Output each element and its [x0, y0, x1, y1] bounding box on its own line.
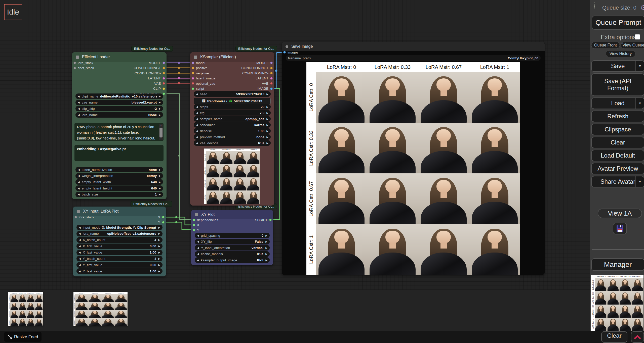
gear-icon[interactable]: ⚙: [640, 4, 644, 12]
port-dot-icon[interactable]: [270, 87, 273, 90]
save-avatar-icon-button[interactable]: [613, 223, 627, 234]
port-negative[interactable]: negative: [192, 71, 215, 76]
drag-handle-icon[interactable]: ⋮⋮: [592, 4, 597, 8]
widget-X_first_value[interactable]: ◀X_first_value0.00▶: [76, 243, 163, 249]
node-xy-plot[interactable]: XY Plot dependenciesXY SCRIPT ◀grid_spac…: [191, 210, 273, 265]
increment-arrow-icon[interactable]: ▶: [266, 124, 268, 126]
port-dot-icon[interactable]: [162, 216, 165, 218]
widget-Y_batch_count[interactable]: ◀Y_batch_count4▶: [76, 256, 163, 261]
port-X[interactable]: X: [123, 215, 165, 220]
widget-denoise[interactable]: ◀denoise1.00▶: [194, 128, 271, 134]
node-ksampler-efficient[interactable]: KSampler (Efficient) modelpositivenegati…: [190, 52, 274, 206]
increment-arrow-icon[interactable]: ▶: [159, 193, 161, 196]
decrement-arrow-icon[interactable]: ◀: [197, 259, 199, 262]
port-dot-icon[interactable]: [163, 62, 165, 64]
port-LATENT[interactable]: LATENT: [225, 76, 273, 81]
decrement-arrow-icon[interactable]: ◀: [197, 247, 199, 249]
decrement-arrow-icon[interactable]: ◀: [79, 257, 81, 260]
save-dropdown-arrow-icon[interactable]: ▼: [635, 61, 644, 71]
view-history-button[interactable]: View History: [606, 50, 635, 57]
widget-filename_prefix[interactable]: filename_prefixComfyUI\xyplot_00: [286, 55, 541, 61]
decrement-arrow-icon[interactable]: ◀: [78, 193, 80, 196]
widget-scheduler[interactable]: ◀schedulerkarras▶: [194, 122, 271, 128]
increment-arrow-icon[interactable]: ▶: [266, 142, 268, 144]
increment-arrow-icon[interactable]: ▶: [265, 247, 267, 249]
collapse-icon[interactable]: [194, 56, 197, 59]
clear-button[interactable]: Clear: [591, 137, 644, 148]
port-VAE[interactable]: VAE: [225, 81, 273, 86]
widget-grid_spacing[interactable]: ◀grid_spacing0▶: [195, 233, 270, 238]
port-dot-icon[interactable]: [192, 72, 194, 74]
increment-arrow-icon[interactable]: ▶: [158, 232, 160, 235]
widget-Y_last_value[interactable]: ◀Y_last_value1.00▶: [76, 268, 163, 274]
port-dot-icon[interactable]: [163, 67, 165, 69]
port-dot-icon[interactable]: [283, 51, 286, 54]
widget-lora_name[interactable]: ◀lora_nameNone▶: [75, 112, 163, 118]
port-CLIP[interactable]: CLIP: [102, 86, 165, 91]
share-avatar-button[interactable]: Share Avatar ▼: [591, 176, 644, 187]
widget-vae_decode[interactable]: ◀vae_decodetrue▶: [194, 140, 271, 146]
increment-arrow-icon[interactable]: ▶: [159, 187, 161, 190]
widget-batch_size[interactable]: ◀batch_size1▶: [75, 192, 163, 197]
decrement-arrow-icon[interactable]: ◀: [78, 187, 80, 190]
decrement-arrow-icon[interactable]: ◀: [197, 253, 199, 255]
decrement-arrow-icon[interactable]: ◀: [78, 95, 80, 98]
widget-ksampler_output_image[interactable]: ◀ksampler_output_imagePlot▶: [195, 257, 270, 263]
port-SCRIPT[interactable]: SCRIPT: [236, 217, 272, 223]
increment-arrow-icon[interactable]: ▶: [266, 118, 268, 120]
view-queue-button[interactable]: View Queue: [621, 42, 644, 49]
port-dot-icon[interactable]: [270, 82, 273, 85]
port-dot-icon[interactable]: [192, 67, 194, 69]
port-dot-icon[interactable]: [163, 72, 165, 74]
collapse-icon[interactable]: [77, 210, 80, 213]
feed-clear-button[interactable]: Clear: [601, 331, 627, 343]
port-optional_vae[interactable]: optional_vae: [192, 81, 215, 86]
port-lora_stack[interactable]: lora_stack: [73, 60, 94, 66]
load-button[interactable]: Load ▼: [591, 97, 644, 109]
port-dot-icon[interactable]: [192, 82, 194, 85]
load-default-button[interactable]: Load Default: [591, 150, 644, 161]
port-dot-icon[interactable]: [162, 221, 165, 224]
decrement-arrow-icon[interactable]: ◀: [78, 168, 80, 171]
widget-lora_name[interactable]: ◀lora_nameepiNoiseoffset_v2.safetensors▶: [76, 231, 163, 236]
decrement-arrow-icon[interactable]: ◀: [197, 234, 199, 237]
scrollbar-thumb[interactable]: [159, 128, 163, 137]
port-dot-icon[interactable]: [269, 219, 272, 221]
clipspace-button[interactable]: Clipspace: [591, 124, 644, 135]
port-dot-icon[interactable]: [270, 77, 273, 80]
decrement-arrow-icon[interactable]: ◀: [78, 174, 80, 177]
feed-thumbnail[interactable]: LoRA Mstr: 0LoRA Mstr: 0.33LoRA Mstr: 0.…: [73, 292, 128, 326]
increment-arrow-icon[interactable]: ▶: [266, 106, 268, 108]
port-dependencies[interactable]: dependencies: [193, 217, 218, 223]
decrement-arrow-icon[interactable]: ◀: [196, 93, 198, 95]
increment-arrow-icon[interactable]: ▶: [265, 240, 267, 243]
increment-arrow-icon[interactable]: ▶: [159, 114, 161, 116]
widget-empty_latent_height[interactable]: ◀empty_latent_height640▶: [75, 185, 163, 191]
decrement-arrow-icon[interactable]: ◀: [196, 118, 198, 120]
avatar-preview-button[interactable]: Avatar Preview: [591, 163, 644, 174]
collapse-icon[interactable]: [76, 56, 79, 59]
decrement-arrow-icon[interactable]: ◀: [78, 114, 80, 116]
port-latent_image[interactable]: latent_image: [192, 76, 215, 81]
widget-preview_method[interactable]: ◀preview_methodnone▶: [194, 134, 271, 140]
node-xy-input-lora-plot[interactable]: XY Input: LoRA Plot lora_stack XY ◀input…: [73, 207, 166, 276]
view-1a-button[interactable]: View 1A: [598, 209, 642, 218]
increment-arrow-icon[interactable]: ▶: [158, 245, 160, 248]
decrement-arrow-icon[interactable]: ◀: [79, 270, 81, 273]
port-CONDITIONING+[interactable]: CONDITIONING+: [102, 66, 165, 71]
save-api-format-button[interactable]: Save (API Format): [591, 73, 644, 96]
increment-arrow-icon[interactable]: ▶: [159, 174, 161, 177]
increment-arrow-icon[interactable]: ▶: [158, 264, 160, 266]
port-script[interactable]: script: [192, 86, 215, 91]
scroll-down-icon[interactable]: ▼: [159, 137, 163, 140]
widget-Y_first_value[interactable]: ◀Y_first_value0.00▶: [76, 262, 163, 268]
port-dot-icon[interactable]: [193, 229, 195, 231]
decrement-arrow-icon[interactable]: ◀: [197, 240, 199, 243]
decrement-arrow-icon[interactable]: ◀: [79, 232, 81, 235]
comfyui-canvas[interactable]: Idle Efficiency Nodes for Co.. Efficienc…: [0, 0, 644, 343]
decrement-arrow-icon[interactable]: ◀: [79, 264, 81, 266]
randomize-seed-button[interactable]: ⚄ Randomize / ♻ 593927061734313: [194, 98, 271, 104]
port-dot-icon[interactable]: [193, 219, 195, 221]
port-dot-icon[interactable]: [192, 87, 194, 90]
decrement-arrow-icon[interactable]: ◀: [196, 106, 198, 108]
